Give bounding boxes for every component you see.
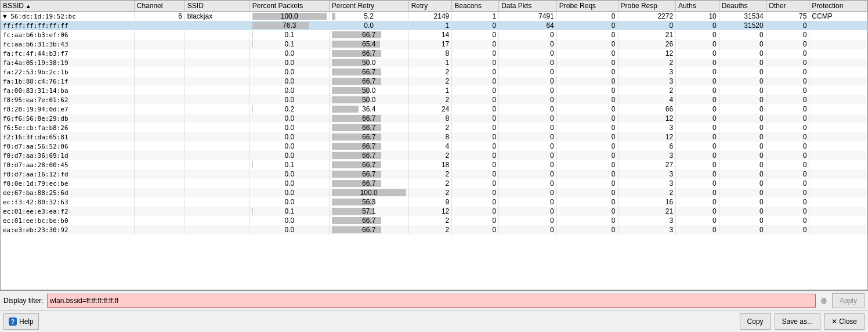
cell-probe-resp: 4 [618, 95, 676, 104]
col-header-bssid[interactable]: BSSID [1, 1, 134, 12]
cell-other: 0 [766, 21, 809, 30]
table-row[interactable]: fc:aa:b6:b3:ef:060.166.71400021000 [1, 30, 867, 39]
col-header-deauths[interactable]: Deauths [719, 1, 766, 12]
table-row[interactable]: fa:22:53:9b:2c:1b0.066.720003000 [1, 67, 867, 77]
col-header-pct-retry[interactable]: Percent Retry [329, 1, 408, 12]
cell-deauths: 0 [719, 179, 766, 188]
apply-button[interactable]: Apply [832, 293, 865, 308]
cell-bssid: f8:28:19:94:0d:e7 [1, 104, 134, 114]
display-filter-input[interactable] [47, 294, 816, 308]
cell-retry: 1 [408, 86, 452, 95]
col-header-probe-resp[interactable]: Probe Resp [618, 1, 676, 12]
cell-probe-resp: 6 [618, 142, 676, 151]
table-row[interactable]: fa:1b:88:c4:76:1f0.066.720003000 [1, 77, 867, 86]
table-row[interactable]: f0:d7:aa:28:00:450.166.71800027000 [1, 160, 867, 169]
cell-beacons: 0 [452, 142, 499, 151]
cell-probe-reqs: 0 [556, 179, 618, 188]
cell-deauths: 0 [719, 225, 766, 234]
cell-channel [134, 49, 185, 58]
table-row[interactable]: ec:01:ee:bc:be:b00.066.720003000 [1, 216, 867, 225]
cell-channel [134, 30, 185, 39]
col-header-ssid[interactable]: SSID [185, 1, 249, 12]
cell-bssid: f6:5e:cb:fa:b8:26 [1, 123, 134, 132]
table-row[interactable]: fa:00:83:31:14:ba0.050.010002000 [1, 86, 867, 95]
table-row[interactable]: f2:16:3f:da:65:810.066.7800012000 [1, 132, 867, 142]
cell-probe-reqs: 0 [556, 58, 618, 67]
cell-channel [134, 169, 185, 179]
col-header-retry[interactable]: Retry [408, 1, 452, 12]
cell-data-pkts: 0 [499, 179, 557, 188]
col-header-channel[interactable]: Channel [134, 1, 185, 12]
cell-retry: 2 [408, 95, 452, 104]
table-row[interactable]: ec:f3:42:80:32:630.056.3900016000 [1, 197, 867, 207]
cell-retry: 2 [408, 225, 452, 234]
cell-retry: 17 [408, 39, 452, 49]
table-row[interactable]: f0:d7:aa:36:69:1d0.066.720003000 [1, 151, 867, 160]
save-as-button[interactable]: Save as... [775, 313, 820, 330]
cell-pct-retry: 66.7 [329, 169, 408, 179]
cell-ssid [185, 58, 249, 67]
cell-channel [134, 86, 185, 95]
cell-data-pkts: 0 [499, 207, 557, 216]
cell-probe-reqs: 0 [556, 132, 618, 142]
cell-pct-retry: 66.7 [329, 225, 408, 234]
cell-ssid [185, 39, 249, 49]
table-row[interactable]: ▼ 56:dc:1d:19:52:bc6blackjax100.05.22149… [1, 12, 867, 21]
main-table-container[interactable]: BSSID Channel SSID Percent Packets Perce… [0, 0, 868, 290]
help-button[interactable]: ? Help [3, 313, 39, 330]
table-row[interactable]: ec:01:ee:e3:ea:f20.157.11200021000 [1, 207, 867, 216]
cell-pct-packets: 0.0 [249, 151, 329, 160]
cell-auths: 0 [676, 95, 719, 104]
cell-channel [134, 21, 185, 30]
cell-protection [809, 95, 867, 104]
table-row[interactable]: f6:5e:cb:fa:b8:260.066.720003000 [1, 123, 867, 132]
copy-button[interactable]: Copy [740, 313, 771, 330]
cell-bssid: f6:f6:56:8e:29:db [1, 114, 134, 123]
cell-other: 0 [766, 67, 809, 77]
table-row[interactable]: ff:ff:ff:ff:ff:ff76.30.01064000315200 [1, 21, 867, 30]
col-header-other[interactable]: Other [766, 1, 809, 12]
col-header-auths[interactable]: Auths [676, 1, 719, 12]
cell-pct-retry: 66.7 [329, 179, 408, 188]
table-row[interactable]: f0:d7:aa:56:52:060.066.740006000 [1, 142, 867, 151]
cell-probe-resp: 27 [618, 160, 676, 169]
cell-channel [134, 151, 185, 160]
col-header-probe-reqs[interactable]: Probe Reqs [556, 1, 618, 12]
cell-auths: 0 [676, 114, 719, 123]
cell-protection [809, 197, 867, 207]
cell-auths: 0 [676, 142, 719, 151]
cell-deauths: 0 [719, 142, 766, 151]
table-row[interactable]: f0:d7:aa:16:12:fd0.066.720003000 [1, 169, 867, 179]
cell-pct-retry: 66.7 [329, 132, 408, 142]
cell-ssid [185, 21, 249, 30]
cell-bssid: fa:22:53:9b:2c:1b [1, 67, 134, 77]
table-row[interactable]: f6:f6:56:8e:29:db0.066.7800012000 [1, 114, 867, 123]
col-header-beacons[interactable]: Beacons [452, 1, 499, 12]
table-row[interactable]: ea:e3:eb:23:30:920.066.720003000 [1, 225, 867, 234]
col-header-pct-packets[interactable]: Percent Packets [249, 1, 329, 12]
cell-ssid [185, 179, 249, 188]
cell-pct-packets: 0.0 [249, 142, 329, 151]
table-row[interactable]: ee:67:ba:88:25:6d0.0100.020002000 [1, 188, 867, 197]
cell-probe-reqs: 0 [556, 49, 618, 58]
cell-retry: 2 [408, 123, 452, 132]
cell-other: 0 [766, 58, 809, 67]
table-row[interactable]: f8:95:ea:7e:01:620.050.020004000 [1, 95, 867, 104]
cell-other: 0 [766, 225, 809, 234]
cell-probe-reqs: 0 [556, 86, 618, 95]
cell-channel [134, 142, 185, 151]
close-button[interactable]: ✕ Close [824, 313, 865, 330]
cell-bssid: f0:d7:aa:36:69:1d [1, 151, 134, 160]
cell-channel [134, 160, 185, 169]
table-row[interactable]: fa:fc:4f:44:b3:f70.066.7800012000 [1, 49, 867, 58]
col-header-data-pkts[interactable]: Data Pkts [499, 1, 557, 12]
table-row[interactable]: fa:4a:05:19:38:190.050.010002000 [1, 58, 867, 67]
cell-protection [809, 151, 867, 160]
filter-clear-button[interactable]: ⊗ [819, 296, 829, 305]
table-row[interactable]: fc:aa:b6:31:3b:430.165.41700026000 [1, 39, 867, 49]
table-row[interactable]: f8:28:19:94:0d:e70.236.42400066000 [1, 104, 867, 114]
cell-beacons: 0 [452, 67, 499, 77]
cell-deauths: 0 [719, 151, 766, 160]
table-row[interactable]: f0:0e:1d:79:ec:be0.066.720003000 [1, 179, 867, 188]
col-header-protection[interactable]: Protection [809, 1, 867, 12]
